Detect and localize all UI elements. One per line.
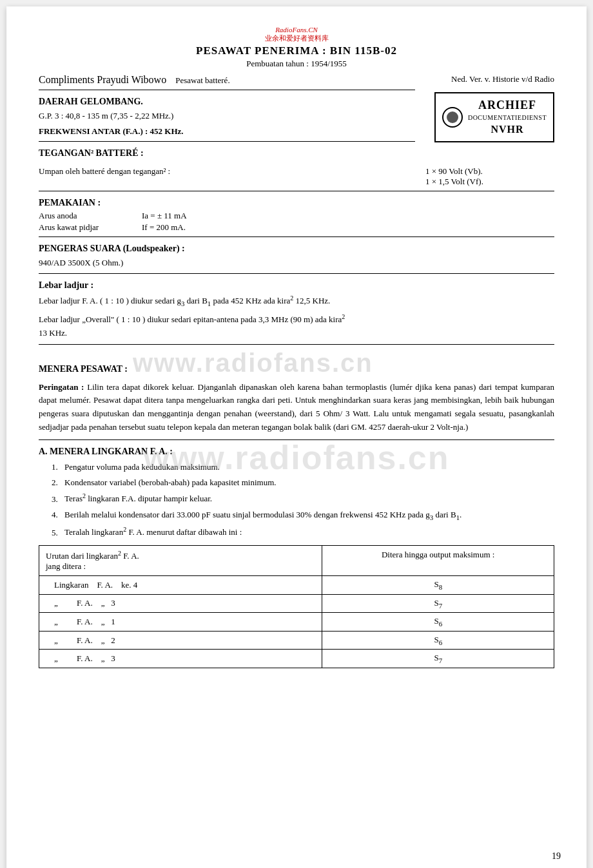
table-row: „ F. A. „ 3 S7 <box>39 594 554 613</box>
table-cell-right-2: S7 <box>322 594 554 613</box>
table-header-left: Urutan dari lingkaran2 F. A.jang ditera … <box>39 545 322 575</box>
daerah-header: DAERAH GELOMBANG. <box>39 97 415 107</box>
list-text-2: Kondensator variabel (berobah-abah) pada… <box>64 476 554 490</box>
fa-table: Urutan dari lingkaran2 F. A.jang ditera … <box>39 545 554 668</box>
peringatan-label: Peringatan : <box>39 382 84 392</box>
pesawat-battere: Pesawat batteré. <box>175 75 229 85</box>
lebar-overall-text: Lebar ladjur „Overall" ( 1 : 10 ) diukur… <box>39 312 554 340</box>
list-num-1: 1. <box>52 461 64 474</box>
table-row: „ F. A. „ 3 S7 <box>39 650 554 668</box>
divider-5 <box>39 273 554 274</box>
table-cell-right-3: S6 <box>322 613 554 632</box>
arus-kawat-row: Arus kawat pidjar If = 200 mA. <box>39 222 554 233</box>
table-row: „ F. A. „ 2 S6 <box>39 631 554 650</box>
table-cell-left-3: „ F. A. „ 1 <box>39 613 322 632</box>
arus-anoda-row: Arus anoda Ia = ± 11 mA <box>39 211 554 221</box>
numbered-list: 1. Pengatur voluma pada kedudukan maksim… <box>52 461 554 540</box>
page-number: 19 <box>552 851 561 862</box>
archive-sub: DOCUMENTATIEDIENST <box>468 113 547 122</box>
divider-7 <box>39 439 554 440</box>
divider-3 <box>39 191 554 191</box>
list-item-3: 3. Teras2 lingkaran F.A. diputar hampir … <box>52 491 554 506</box>
menera-pesawat-title: MENERA PESAWAT : <box>39 364 128 374</box>
umpan-label: Umpan oleh batteré dengan tegangan² : <box>39 166 413 177</box>
list-num-3: 3. <box>52 493 64 506</box>
compliments-block: Compliments Prayudi Wibowo Pesawat batte… <box>39 74 230 86</box>
list-text-3: Teras2 lingkaran F.A. diputar hampir kel… <box>64 491 554 506</box>
table-cell-right-4: S6 <box>322 631 554 650</box>
section-a-title: A. MENERA LINGKARAN F. A. : <box>39 447 554 457</box>
arus-kawat-value: If = 200 mA. <box>142 222 186 233</box>
divider-6 <box>39 344 554 345</box>
archive-nvhr: NVHR <box>468 122 547 137</box>
pemakaian-header: PEMAKAIAN : <box>39 198 554 208</box>
header-row: Compliments Prayudi Wibowo Pesawat batte… <box>39 74 554 86</box>
pengeras-value: 940/AD 3500X (5 Ohm.) <box>39 256 554 269</box>
table-cell-right-1: S8 <box>322 575 554 594</box>
radiofans-url: RadioFans.CN <box>39 26 554 34</box>
frekwensi-line: FREKWENSI ANTAR (F.A.) : 452 KHz. <box>39 125 415 138</box>
title-cn: 业余和爱好者资料库 <box>39 34 554 43</box>
list-item-2: 2. Kondensator variabel (berobah-abah) p… <box>52 476 554 490</box>
gp3-line: G.P. 3 : 40,8 - 135 m (7,35 - 2,22 MHz.) <box>39 110 415 122</box>
divider-1 <box>39 90 415 90</box>
arus-anoda-value: Ia = ± 11 mA <box>142 211 187 221</box>
peringatan-paragraph: Peringatan : Lilin tera dapat dikorek ke… <box>39 381 554 434</box>
volt1: 1 × 90 Volt (Vb). <box>425 166 554 177</box>
table-cell-left-2: „ F. A. „ 3 <box>39 594 322 613</box>
ned-ver: Ned. Ver. v. Historie v/d Radio <box>451 74 554 84</box>
divider-2 <box>39 141 415 142</box>
table-cell-left-5: „ F. A. „ 3 <box>39 650 322 668</box>
list-item-5: 5. Teralah lingkaran2 F. A. menurut daft… <box>52 525 554 539</box>
volt2: 1 × 1,5 Volt (Vf). <box>425 177 554 187</box>
archive-area: ARCHIEF DOCUMENTATIEDIENST NVHR <box>434 92 554 142</box>
divider-4 <box>39 236 554 237</box>
lebar-fa-text: Lebar ladjur F. A. ( 1 : 10 ) diukur sed… <box>39 293 554 309</box>
table-cell-right-5: S7 <box>322 650 554 668</box>
voltage-values: 1 × 90 Volt (Vb). 1 × 1,5 Volt (Vf). <box>425 166 554 187</box>
umpan-row: Umpan oleh batteré dengan tegangan² : 1 … <box>39 166 554 187</box>
list-text-1: Pengatur voluma pada kedudukan maksimum. <box>64 461 554 474</box>
menera-watermark: www.radiofans.cn <box>133 350 373 376</box>
pengeras-header: PENGERAS SUARA (Loudspeaker) : <box>39 244 554 254</box>
main-title: PESAWAT PENERIMA : BIN 115B-02 <box>39 44 554 57</box>
table-row: Lingkaran F. A. ke. 4 S8 <box>39 575 554 594</box>
compliments-text: Compliments Prayudi Wibowo <box>39 74 166 85</box>
arus-anoda-label: Arus anoda <box>39 211 142 221</box>
tegangan-header: TEGANGAN² BATTERÉ : <box>39 148 415 159</box>
menera-pesawat-row: MENERA PESAWAT : www.radiofans.cn <box>39 350 554 376</box>
table-row: „ F. A. „ 1 S6 <box>39 613 554 632</box>
table-cell-left-1: Lingkaran F. A. ke. 4 <box>39 575 322 594</box>
page: www.radiofans.cn RadioFans.CN 业余和爱好者资料库 … <box>6 6 587 868</box>
table-cell-left-4: „ F. A. „ 2 <box>39 631 322 650</box>
lebar-ladjur-header: Lebar ladjur : <box>39 280 554 291</box>
list-num-2: 2. <box>52 476 64 490</box>
left-content-area: DAERAH GELOMBANG. G.P. 3 : 40,8 - 135 m … <box>39 86 415 161</box>
archive-box: ARCHIEF DOCUMENTATIEDIENST NVHR <box>434 92 554 142</box>
arus-kawat-label: Arus kawat pidjar <box>39 222 142 233</box>
list-num-4: 4. <box>52 508 64 522</box>
list-num-5: 5. <box>52 526 64 540</box>
list-item-4: 4. Berilah melalui kondensator dari 33.0… <box>52 508 554 523</box>
list-item-1: 1. Pengatur voluma pada kedudukan maksim… <box>52 461 554 474</box>
subtitle: Pembuatan tahun : 1954/1955 <box>39 59 554 69</box>
list-text-5: Teralah lingkaran2 F. A. menurut daftar … <box>64 525 554 539</box>
table-header-right: Ditera hingga output maksimum : <box>322 545 554 575</box>
list-text-4: Berilah melalui kondensator dari 33.000 … <box>64 508 554 523</box>
archive-title: ARCHIEF <box>468 97 547 113</box>
archive-icon <box>442 107 463 128</box>
